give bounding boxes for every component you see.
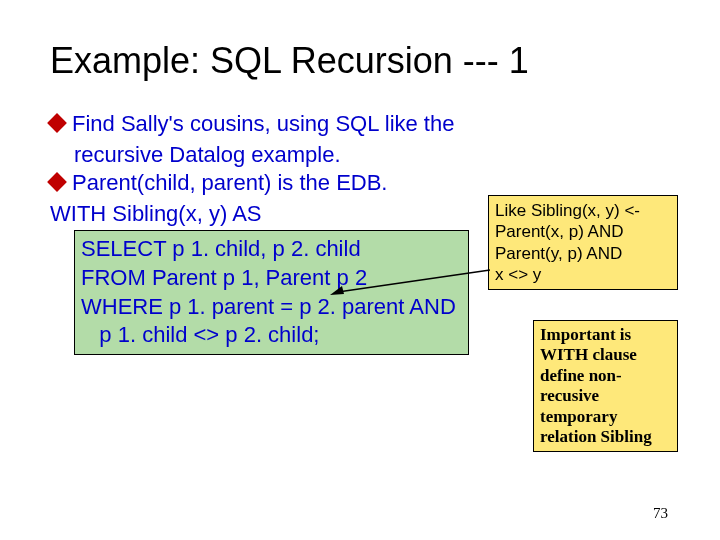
diamond-icon: [47, 172, 67, 192]
callout1-line-3: Parent(y, p) AND: [495, 243, 671, 264]
code-line-1: SELECT p 1. child, p 2. child: [81, 235, 462, 264]
callout1-line-1: Like Sibling(x, y) <-: [495, 200, 671, 221]
slide: Example: SQL Recursion --- 1 Find Sally'…: [0, 0, 720, 540]
bullet-1: Find Sally's cousins, using SQL like the: [50, 110, 670, 139]
diamond-icon: [47, 113, 67, 133]
code-line-4: p 1. child <> p 2. child;: [81, 321, 462, 350]
datalog-callout: Like Sibling(x, y) <- Parent(x, p) AND P…: [488, 195, 678, 290]
code-line-2: FROM Parent p 1, Parent p 2: [81, 264, 462, 293]
sql-code-block: SELECT p 1. child, p 2. child FROM Paren…: [74, 230, 469, 354]
callout1-line-4: x <> y: [495, 264, 671, 285]
important-callout: Important is WITH clause define non-recu…: [533, 320, 678, 452]
code-line-3: WHERE p 1. parent = p 2. parent AND: [81, 293, 462, 322]
bullet-1-text-a: Find Sally's cousins, using SQL like the: [72, 110, 454, 139]
slide-title: Example: SQL Recursion --- 1: [50, 40, 670, 82]
bullet-2-text: Parent(child, parent) is the EDB.: [72, 169, 387, 198]
callout1-line-2: Parent(x, p) AND: [495, 221, 671, 242]
bullet-2: Parent(child, parent) is the EDB.: [50, 169, 670, 198]
bullet-1-text-b: recursive Datalog example.: [50, 141, 670, 170]
page-number: 73: [653, 505, 668, 522]
